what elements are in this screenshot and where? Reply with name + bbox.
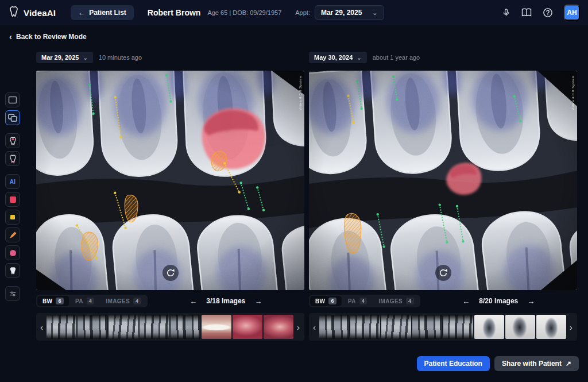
radiograph-viewer-prior[interactable]: Videa 4.0.0 System	[309, 71, 577, 290]
back-arrow-icon: ←	[78, 9, 85, 17]
tooth-solid-icon	[9, 267, 17, 275]
navbar-right: AH	[502, 5, 580, 21]
tab-pa[interactable]: PA 4	[70, 296, 99, 306]
thumbnail[interactable]	[412, 315, 442, 339]
tab-images-label: IMAGES	[106, 298, 130, 304]
comparison-panel-current: Mar 29, 2025 ⌄ 10 minutes ago	[36, 51, 304, 341]
tab-images[interactable]: IMAGES 4	[100, 296, 146, 306]
radiograph-current	[36, 71, 304, 290]
top-navbar: VideaAI ← Patient List Robert Brown Age …	[0, 0, 588, 25]
comparison-panel-prior: May 30, 2024 ⌄ about 1 year ago	[309, 51, 577, 341]
tooth-anatomy-button[interactable]	[5, 133, 20, 148]
visit-date-select[interactable]: May 30, 2024 ⌄	[309, 52, 367, 63]
thumbnail[interactable]	[264, 315, 293, 339]
caries-swatch-icon	[10, 196, 16, 203]
reference-book-icon[interactable]	[521, 8, 532, 17]
next-image-button[interactable]: →	[254, 298, 262, 305]
radiograph-viewer-current[interactable]: Videa 4.0.0 System	[36, 71, 304, 290]
caries-filter-button[interactable]	[5, 192, 20, 207]
image-counter: 8/20 Images	[479, 297, 518, 305]
gingiva-filter-button[interactable]	[5, 245, 20, 260]
tab-pa-label: PA	[75, 298, 83, 304]
panel-head: May 30, 2024 ⌄ about 1 year ago	[309, 51, 577, 64]
strip-scroll-right-button[interactable]: ›	[295, 322, 302, 332]
image-type-tabs: BW 6 PA 4 IMAGES 4	[309, 295, 420, 307]
thumbnail[interactable]	[474, 315, 504, 339]
strip-scroll-right-button[interactable]: ›	[567, 322, 575, 332]
strip-scroll-left-button[interactable]: ‹	[38, 322, 45, 332]
patient-name: Robert Brown	[148, 8, 201, 17]
ai-toggle-button[interactable]: AI	[5, 174, 20, 189]
tab-bw-count: 6	[56, 298, 63, 304]
patient-list-label: Patient List	[89, 9, 126, 17]
share-arrow-icon: ↗	[566, 360, 571, 368]
tab-pa[interactable]: PA 4	[343, 296, 372, 306]
microphone-icon[interactable]	[502, 7, 510, 18]
patient-meta: Age 65 | DOB: 09/29/1957	[207, 9, 281, 16]
perio-tooth-icon	[9, 155, 17, 163]
single-layout-icon	[8, 96, 17, 104]
thumbnail[interactable]	[47, 315, 76, 339]
annotation-marker-button[interactable]	[5, 227, 20, 242]
user-avatar[interactable]: AH	[564, 5, 580, 21]
tab-bw[interactable]: BW 6	[310, 296, 342, 306]
compare-view-button[interactable]	[5, 110, 20, 125]
visit-relative-time: 10 minutes ago	[99, 54, 142, 61]
patient-education-button[interactable]: Patient Education	[417, 356, 490, 371]
thumbnail[interactable]	[78, 315, 107, 339]
chevron-left-icon: ‹	[9, 33, 12, 40]
tab-images-label: IMAGES	[378, 298, 403, 304]
thumbnail[interactable]	[443, 315, 473, 339]
rotate-image-button[interactable]	[435, 265, 451, 281]
thumbnail[interactable]	[202, 315, 231, 339]
single-view-button[interactable]	[5, 92, 20, 107]
visit-date-select[interactable]: Mar 29, 2025 ⌄	[36, 52, 93, 63]
next-image-button[interactable]: →	[527, 298, 535, 305]
thumbnail-strip: ‹ ›	[309, 313, 577, 341]
rotate-icon	[439, 268, 448, 277]
visit-date-value: May 30, 2024	[314, 54, 353, 61]
adjustments-button[interactable]	[5, 286, 20, 301]
thumbnail[interactable]	[350, 315, 380, 339]
share-with-patient-button[interactable]: Share with Patient ↗	[494, 356, 579, 371]
app-name: VideaAI	[24, 8, 56, 18]
chevron-down-icon: ⌄	[372, 10, 377, 15]
ai-label: AI	[10, 179, 16, 185]
thumbnail[interactable]	[505, 315, 535, 339]
thumbnail[interactable]	[109, 315, 138, 339]
tab-images-count: 4	[406, 298, 413, 304]
tooth-layer-button[interactable]	[5, 263, 20, 278]
app-root: VideaAI ← Patient List Robert Brown Age …	[0, 0, 588, 382]
appt-label: Appt:	[295, 9, 310, 16]
previous-image-button[interactable]: ←	[189, 298, 197, 305]
patient-list-button[interactable]: ← Patient List	[71, 5, 134, 20]
back-to-review-mode-link[interactable]: ‹ Back to Review Mode	[9, 33, 87, 41]
tab-pa-label: PA	[348, 298, 356, 304]
appointment-date-select[interactable]: Mar 29, 2025 ⌄	[315, 5, 384, 20]
tool-sidebar: AI	[5, 92, 20, 301]
tab-images-count: 4	[133, 298, 141, 304]
thumbnail[interactable]	[233, 315, 262, 339]
back-link-label: Back to Review Mode	[16, 33, 87, 41]
help-icon[interactable]	[543, 7, 553, 18]
thumbnail[interactable]	[536, 315, 566, 339]
thumbnail[interactable]	[171, 315, 200, 339]
previous-image-button[interactable]: ←	[462, 298, 470, 305]
thumbnail-strip: ‹ ›	[36, 313, 304, 341]
thumbnail[interactable]	[381, 315, 411, 339]
calculus-filter-button[interactable]	[5, 210, 20, 225]
thumbnail[interactable]	[140, 315, 169, 339]
sliders-icon	[9, 290, 17, 298]
filmbar: BW 6 PA 4 IMAGES 4 ← 8/20 Images →	[309, 294, 577, 308]
rotate-icon	[166, 268, 175, 277]
tab-images[interactable]: IMAGES 4	[373, 296, 419, 306]
brand: VideaAI	[8, 6, 56, 20]
tab-pa-count: 4	[87, 298, 94, 304]
thumbnail[interactable]	[319, 315, 349, 339]
rotate-image-button[interactable]	[163, 265, 179, 281]
strip-scroll-left-button[interactable]: ‹	[311, 322, 318, 332]
appt-date-value: Mar 29, 2025	[321, 9, 362, 17]
tab-bw[interactable]: BW 6	[37, 296, 69, 306]
perio-tooth-button[interactable]	[5, 151, 20, 166]
marker-pen-icon	[9, 231, 17, 239]
